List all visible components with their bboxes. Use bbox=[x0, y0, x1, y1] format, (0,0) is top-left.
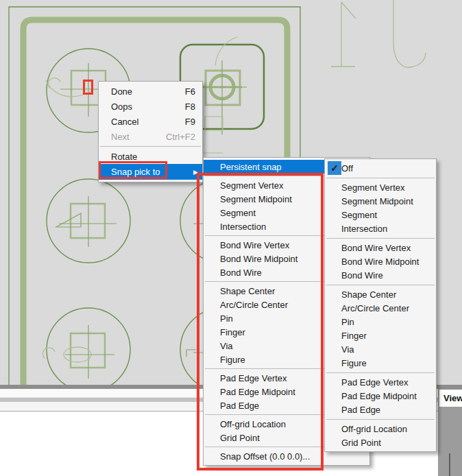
menu-item-shortcut: F8 bbox=[175, 102, 195, 112]
annotation-pick-location-box bbox=[83, 80, 93, 95]
menu-item-label: Via bbox=[341, 344, 354, 355]
menu-item-figure[interactable]: Figure bbox=[325, 356, 436, 370]
menu-item-label: Grid Point bbox=[341, 438, 381, 448]
menu-separator bbox=[100, 146, 201, 147]
menu-item-label: Pad Edge Vertex bbox=[341, 377, 409, 388]
menu-item-shape-center[interactable]: Shape Center bbox=[325, 287, 436, 301]
menu-item-oops[interactable]: OopsF8 bbox=[99, 99, 202, 114]
menu-item-label: Oops bbox=[111, 102, 132, 112]
menu-item-label: Bond Wire Midpoint bbox=[341, 257, 419, 267]
menu-item-label: Pad Edge bbox=[341, 405, 380, 415]
panel-top-bar bbox=[438, 385, 462, 390]
menu-item-label: Cancel bbox=[111, 117, 138, 127]
menu-item-grid-point[interactable]: Grid Point bbox=[325, 436, 436, 449]
menu-item-label: Finger bbox=[341, 331, 367, 341]
menu-item-pad-edge-vertex[interactable]: Pad Edge Vertex bbox=[325, 375, 436, 389]
menu-item-label: Figure bbox=[341, 358, 367, 368]
menu-item-label: Persistent snap bbox=[220, 162, 282, 172]
menu-item-label: Rotate bbox=[111, 152, 137, 162]
menu-item-label: Intersection bbox=[341, 224, 387, 234]
menu-item-label: Done bbox=[111, 86, 132, 97]
menu-item-label: Pin bbox=[341, 317, 354, 327]
panel-scrollbar-edge bbox=[449, 453, 450, 476]
menu-item-via[interactable]: Via bbox=[325, 342, 436, 356]
menu-item-done[interactable]: DoneF6 bbox=[99, 84, 202, 99]
menu-item-off[interactable]: ✓Off bbox=[325, 161, 436, 175]
menu-separator bbox=[326, 178, 435, 178]
menu-item-bond-wire[interactable]: Bond Wire bbox=[325, 268, 436, 282]
menu-item-shortcut: F6 bbox=[175, 86, 195, 97]
app-root: View DoneF6OopsF8CancelF9NextCtrl+F2Rota… bbox=[0, 0, 462, 476]
menu-item-shortcut: Ctrl+F2 bbox=[156, 132, 195, 142]
docked-panel: View bbox=[438, 385, 462, 476]
annotation-snap-pick-to-box bbox=[99, 161, 167, 179]
menu-item-label: Segment Midpoint bbox=[341, 196, 413, 206]
menu-item-pad-edge[interactable]: Pad Edge bbox=[325, 403, 436, 416]
menu-item-bond-wire-midpoint[interactable]: Bond Wire Midpoint bbox=[325, 254, 436, 268]
menu-item-label: Off bbox=[341, 163, 353, 174]
panel-tab-view[interactable]: View bbox=[439, 390, 462, 407]
menu-item-arc-circle-center[interactable]: Arc/Circle Center bbox=[325, 301, 436, 315]
menu-item-shortcut: F9 bbox=[175, 117, 195, 127]
menu-item-off-grid-location[interactable]: Off-grid Location bbox=[325, 422, 436, 436]
menu-item-label: Off-grid Location bbox=[341, 424, 407, 434]
menu-separator bbox=[326, 238, 435, 239]
menu-item-bond-wire-vertex[interactable]: Bond Wire Vertex bbox=[325, 241, 436, 254]
menu-item-finger[interactable]: Finger bbox=[325, 329, 436, 342]
menu-item-pad-edge-midpoint[interactable]: Pad Edge Midpoint bbox=[325, 389, 436, 403]
menu-separator bbox=[326, 285, 435, 285]
menu-item-segment[interactable]: Segment bbox=[325, 208, 436, 222]
annotation-snap-options-box bbox=[197, 173, 324, 471]
check-icon: ✓ bbox=[328, 161, 341, 175]
menu-separator bbox=[326, 419, 435, 420]
menu-item-label: Bond Wire Vertex bbox=[341, 243, 411, 253]
menu-item-next[interactable]: NextCtrl+F2 bbox=[99, 129, 202, 144]
menu-item-intersection[interactable]: Intersection bbox=[325, 222, 436, 235]
menu-item-segment-vertex[interactable]: Segment Vertex bbox=[325, 180, 436, 194]
menu-item-label: Segment bbox=[341, 210, 377, 220]
menu-item-segment-midpoint[interactable]: Segment Midpoint bbox=[325, 194, 436, 208]
menu-item-label: Shape Center bbox=[341, 289, 396, 300]
menu-item-label: Pad Edge Midpoint bbox=[341, 391, 417, 401]
menu-item-label: Segment Vertex bbox=[341, 182, 405, 193]
menu-item-label: Arc/Circle Center bbox=[341, 303, 409, 313]
menu-item-label: Bond Wire bbox=[341, 270, 383, 281]
menu-item-cancel[interactable]: CancelF9 bbox=[99, 114, 202, 129]
menu-separator bbox=[326, 372, 435, 373]
menu-item-pin[interactable]: Pin bbox=[325, 315, 436, 329]
menu-item-label: Next bbox=[111, 132, 130, 142]
persistent-snap-submenu: ✓OffSegment VertexSegment MidpointSegmen… bbox=[324, 158, 437, 452]
